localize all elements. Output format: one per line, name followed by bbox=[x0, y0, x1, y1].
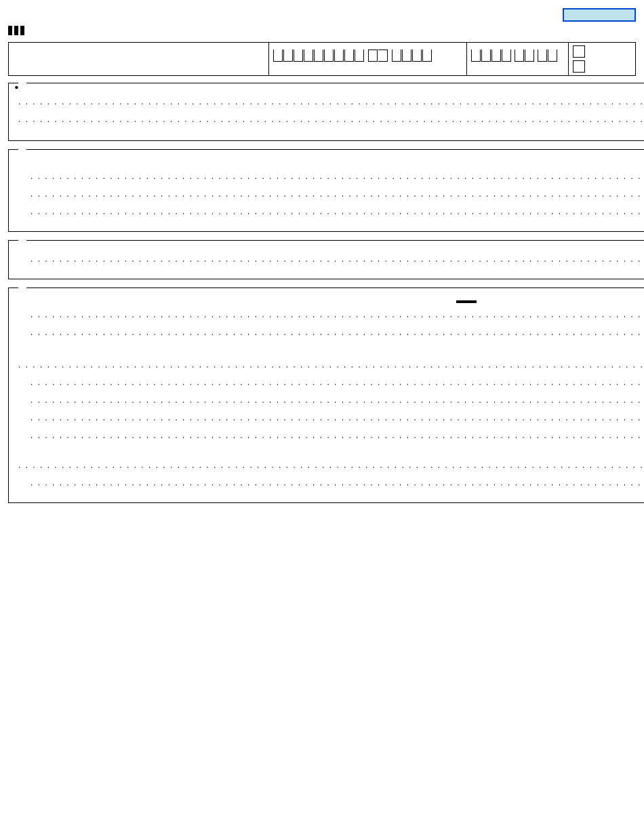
canada-flag-icon bbox=[8, 26, 24, 35]
header-row bbox=[8, 23, 636, 35]
original-amended-box bbox=[568, 42, 636, 76]
part-3 bbox=[8, 240, 644, 279]
part-1 bbox=[8, 83, 644, 141]
part-4 bbox=[8, 287, 644, 503]
identification-boxes bbox=[8, 42, 636, 76]
fiscal-period-box[interactable] bbox=[466, 42, 568, 76]
account-number-box[interactable] bbox=[268, 42, 466, 76]
original-checkbox[interactable] bbox=[573, 45, 585, 58]
part4-opt1 bbox=[31, 310, 644, 319]
q109-text bbox=[31, 478, 644, 488]
agency-name bbox=[30, 23, 48, 32]
q107-text bbox=[31, 431, 644, 440]
part-2 bbox=[8, 149, 644, 232]
clear-data-button[interactable] bbox=[563, 8, 636, 22]
q106-text bbox=[31, 413, 644, 422]
amended-checkbox[interactable] bbox=[573, 60, 585, 73]
q099-text bbox=[31, 254, 644, 264]
q095-text bbox=[18, 97, 644, 106]
rz-r bbox=[368, 49, 378, 62]
q097-text bbox=[18, 115, 644, 124]
part2-opt3 bbox=[31, 207, 644, 216]
rz-z bbox=[378, 49, 388, 62]
partnership-name-box[interactable] bbox=[8, 42, 268, 76]
q105-text bbox=[31, 395, 644, 405]
code-110 bbox=[456, 300, 477, 303]
part2-opt2 bbox=[31, 189, 644, 199]
part4-opt2 bbox=[31, 327, 644, 337]
q104-text bbox=[31, 378, 644, 387]
q108-text bbox=[18, 460, 644, 470]
part2-opt1 bbox=[31, 172, 644, 181]
q101-text bbox=[18, 360, 644, 370]
